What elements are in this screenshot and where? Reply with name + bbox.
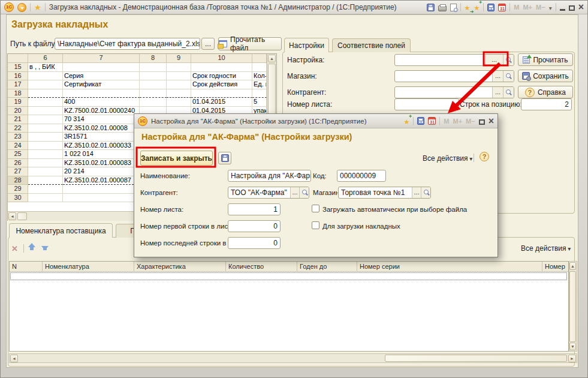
sheet-cell[interactable] [28, 80, 63, 89]
sheet-cell[interactable] [140, 63, 167, 72]
sheet-cell[interactable]: KZ.3510.02.01.000087 [63, 176, 140, 185]
scroll-right-icon[interactable]: ► [568, 355, 576, 362]
sheet-cell[interactable] [191, 89, 252, 98]
shop-search-icon[interactable] [503, 71, 514, 82]
sheet-row-header[interactable]: 18 [8, 89, 28, 98]
sheet-row-header[interactable]: 29 [8, 185, 28, 194]
contractor-search-icon[interactable] [299, 187, 309, 198]
sheet-cell[interactable] [140, 89, 167, 98]
sheet-cell[interactable] [252, 63, 267, 72]
memory-plus-button[interactable]: М+ [453, 117, 462, 125]
sheet-cell[interactable]: Сертификат [63, 80, 140, 89]
invoices-checkbox[interactable] [312, 221, 319, 229]
memory-minus-button[interactable]: М− [466, 117, 475, 125]
sheet-col-header[interactable] [8, 54, 28, 63]
sheet-cell[interactable] [167, 63, 191, 72]
sheet-cell[interactable]: Срок действия [191, 80, 252, 89]
scroll-up-icon[interactable]: ▲ [569, 262, 576, 270]
sheet-cell[interactable]: 20 214 [63, 167, 140, 176]
code-value[interactable]: 000000009 [337, 170, 385, 181]
sheet-row-header[interactable]: 23 [8, 133, 28, 142]
btable-col-header[interactable]: Номер [542, 262, 569, 271]
file-path-value[interactable]: \Накладные\Счет фактура выданный_2.xls [55, 38, 200, 49]
btable-col-header[interactable]: N [10, 262, 43, 271]
last-row-field[interactable]: 0 [228, 237, 281, 249]
scrollbar-thumb[interactable] [569, 271, 576, 342]
btable-empty-selected-row[interactable] [10, 272, 567, 280]
sheet-cell[interactable] [28, 98, 63, 107]
sheet-cell[interactable] [63, 194, 140, 203]
move-down-icon[interactable] [41, 246, 49, 250]
sheet-col-header[interactable]: 10 [191, 54, 252, 63]
memory-plus-button[interactable]: М+ [523, 3, 532, 11]
contractor-value[interactable] [395, 87, 492, 98]
sheet-cell[interactable] [28, 107, 63, 116]
btable-col-header[interactable]: Номер серии [357, 262, 542, 271]
sheet-row-header[interactable]: 28 [8, 176, 28, 185]
sheet-col-header[interactable]: 6 [28, 54, 63, 63]
main-menu-icon[interactable] [17, 3, 26, 12]
dialog-all-actions-button[interactable]: Все действия [423, 154, 472, 163]
sheet-col-header[interactable]: 9 [167, 54, 191, 63]
print-icon[interactable] [438, 5, 447, 11]
sheet-cell[interactable] [28, 89, 63, 98]
close-button[interactable] [578, 2, 584, 13]
sheet-cell[interactable] [167, 98, 191, 107]
sheet-cell[interactable] [167, 80, 191, 89]
save-button[interactable]: Сохранить [518, 70, 573, 82]
sheet-number-field[interactable] [394, 98, 459, 110]
scroll-left-icon[interactable]: ◄ [8, 212, 16, 220]
sheet-col-header[interactable] [252, 54, 267, 63]
sheet-cell[interactable] [140, 72, 167, 81]
sheet-cell[interactable] [191, 63, 252, 72]
dialog-sheet-no-field[interactable]: 1 [228, 203, 281, 215]
setting-value[interactable] [395, 55, 485, 65]
sheet-cell[interactable] [28, 159, 63, 168]
scrollbar-thumb[interactable] [385, 355, 567, 362]
code-field[interactable]: 000000009 [337, 170, 386, 182]
sheet-cell[interactable] [28, 185, 63, 194]
sheet-row-header[interactable]: 27 [8, 167, 28, 176]
sheet-col-header[interactable]: 8 [140, 54, 167, 63]
sheet-cell[interactable]: Серия [63, 72, 140, 81]
shop-field[interactable]: ... [394, 70, 514, 82]
sheet-cell[interactable] [140, 80, 167, 89]
sheet-cell[interactable] [28, 133, 63, 142]
last-row-value[interactable]: 0 [228, 238, 280, 248]
scroll-up-icon[interactable]: ▲ [268, 55, 276, 62]
sheet-cell[interactable]: 3R1571 [63, 133, 140, 142]
add-favorite-icon[interactable] [403, 116, 409, 127]
sheet-cell[interactable] [63, 89, 140, 98]
calendar-icon[interactable] [428, 117, 436, 125]
scroll-down-icon[interactable]: ▼ [569, 343, 576, 350]
sheet-cell[interactable] [63, 63, 140, 72]
memory-button[interactable]: М [444, 117, 449, 125]
sheet-row-header[interactable]: 17 [8, 80, 28, 89]
bottom-all-actions-button[interactable]: Все действия [521, 244, 571, 253]
sheet-row-header[interactable]: 19 [8, 98, 28, 107]
sheet-row-header[interactable]: 21 [8, 115, 28, 124]
sheet-number-value[interactable] [395, 99, 459, 110]
minimize-button[interactable] [560, 9, 565, 11]
sheet-row-header[interactable]: 20 [8, 107, 28, 116]
sheet-cell[interactable] [252, 89, 267, 98]
contractor-choose-button[interactable]: ... [492, 87, 503, 98]
sheet-row-header[interactable]: 15 [8, 63, 28, 72]
dialog-contractor-value[interactable]: ТОО "АК-Фарма" [228, 187, 290, 198]
sheet-cell[interactable]: KZ.3510.02.01.000033 [63, 142, 140, 151]
dialog-help-icon[interactable] [480, 152, 489, 161]
dialog-shop-value[interactable]: Торговая точка №1 [339, 187, 412, 198]
sheet-cell[interactable]: 400 [63, 98, 140, 107]
shop-choose-button[interactable]: ... [492, 71, 503, 82]
sheet-cell[interactable]: 1 022 014 [63, 150, 140, 159]
print-preview-icon[interactable] [450, 4, 457, 11]
favorites-icon[interactable] [34, 2, 41, 13]
sheet-cell[interactable] [28, 167, 63, 176]
dialog-contractor-field[interactable]: ТОО "АК-Фарма" ... [228, 187, 309, 199]
read-button[interactable]: Прочитать [518, 53, 573, 66]
sheet-cell[interactable]: Ед. и [252, 80, 267, 89]
rows-per-position-field[interactable]: 2 [521, 98, 572, 110]
sheet-row-header[interactable]: 24 [8, 142, 28, 151]
dialog-save-button[interactable] [218, 152, 231, 164]
setting-field[interactable]: ... [394, 54, 514, 66]
